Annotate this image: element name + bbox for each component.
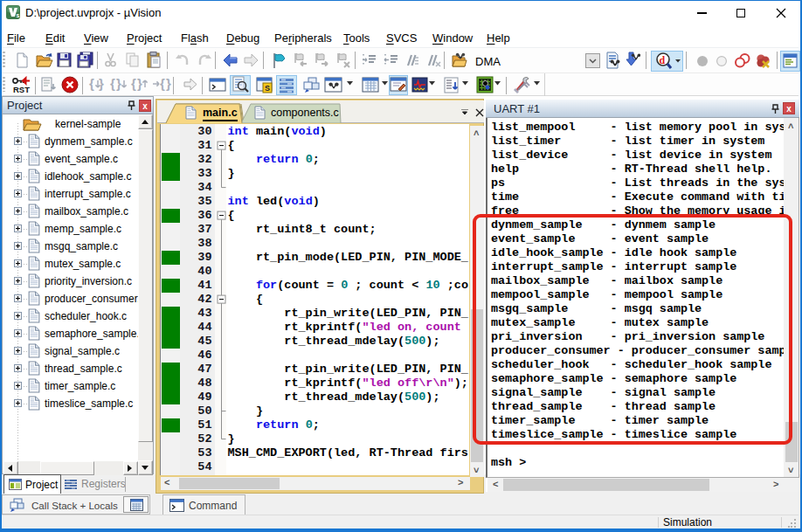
svg-text:RST: RST: [13, 85, 30, 94]
svg-text:S: S: [265, 84, 270, 93]
svg-text:d: d: [660, 54, 666, 66]
svg-text:s: s: [17, 12, 20, 18]
